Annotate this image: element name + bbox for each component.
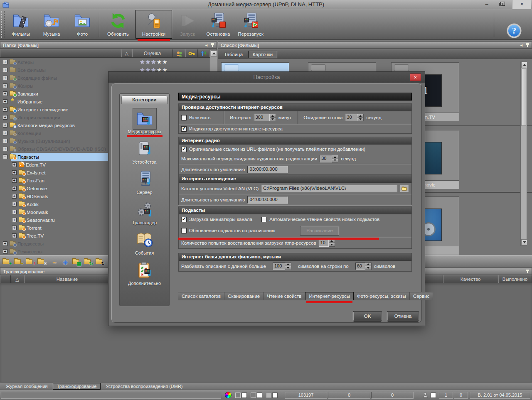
scroll-up-button[interactable] [211, 50, 217, 56]
pin-icon[interactable] [526, 270, 529, 273]
films-button[interactable]: Фильмы [5, 10, 36, 39]
expand-toggle[interactable]: + [3, 115, 7, 120]
close-button[interactable]: × [512, 0, 531, 9]
dialog-tab[interactable]: Сканирование [224, 292, 264, 300]
bottom-tab[interactable]: Транскодирование [53, 383, 101, 390]
folder-tool-icon[interactable]: ☀ [61, 258, 69, 265]
expand-toggle[interactable]: + [3, 68, 7, 72]
autoread-checkbox[interactable] [261, 217, 267, 222]
expand-toggle[interactable]: + [3, 107, 7, 112]
collapse-left-icon[interactable]: ◄ [204, 43, 208, 47]
expand-toggle[interactable]: − [3, 155, 7, 159]
restore-button[interactable] [495, 0, 506, 9]
bottom-tab[interactable]: Журнал сообщений [2, 383, 52, 390]
folder-tool-icon[interactable]: × [37, 258, 45, 265]
category-events[interactable]: События [120, 230, 169, 259]
dialog-tab[interactable]: Интернет-ресурсы [305, 292, 354, 300]
ok-button[interactable]: OK [353, 311, 382, 321]
schedule-checkbox[interactable] [181, 228, 187, 233]
expand-toggle[interactable]: + [12, 162, 17, 167]
expand-toggle[interactable]: + [12, 218, 17, 222]
original-links-checkbox[interactable] [181, 147, 187, 152]
expand-toggle[interactable]: + [12, 186, 17, 191]
category-transcoder[interactable]: Транскодер [120, 199, 169, 228]
quality-column-header[interactable]: Качество [443, 275, 498, 283]
rtmp-retries-spinner[interactable]: 10 [319, 239, 335, 247]
category-devices[interactable]: Устройства [120, 139, 169, 168]
browse-folder-button[interactable] [400, 185, 409, 192]
expand-toggle[interactable]: + [12, 178, 17, 183]
sort-column[interactable]: △ [11, 275, 24, 283]
folder-tool-icon[interactable]: + [14, 258, 22, 265]
restart-button[interactable]: Перезапуск [234, 10, 268, 39]
audio-wait-spinner[interactable]: 30 [320, 155, 338, 162]
expand-toggle[interactable]: + [12, 226, 17, 230]
scroll-up-button[interactable] [521, 62, 527, 68]
expand-toggle[interactable]: + [12, 210, 17, 214]
view-tab[interactable]: Карточки [248, 51, 277, 58]
stream-wait-spinner[interactable]: 30 [345, 114, 364, 121]
expand-toggle[interactable]: + [3, 76, 7, 80]
split-length-spinner[interactable]: 100 [273, 263, 291, 270]
folder-tool-icon[interactable]: / [26, 258, 34, 265]
split-wrap-spinner[interactable]: 60 [355, 263, 372, 270]
expand-toggle[interactable]: + [3, 123, 7, 128]
enable-check-checkbox[interactable] [181, 115, 187, 120]
indicator-checkbox[interactable] [181, 126, 187, 132]
pin-icon[interactable] [211, 43, 214, 47]
expand-toggle[interactable]: + [3, 60, 7, 64]
expand-toggle[interactable]: + [3, 147, 7, 151]
radio-duration-field[interactable]: 03:00:00.000 [247, 166, 288, 173]
expand-toggle[interactable]: + [3, 83, 7, 88]
thumbnail-checkbox[interactable] [181, 217, 187, 222]
schedule-button[interactable]: Расписание [300, 226, 339, 236]
expand-toggle[interactable]: + [12, 194, 17, 199]
cancel-button[interactable]: Отмена [387, 311, 419, 321]
category-server[interactable]: Сервер [120, 169, 169, 198]
expand-toggle[interactable]: + [3, 139, 7, 143]
music-button[interactable]: Музыка [36, 10, 67, 39]
folder-tool-icon[interactable]: ↻ [96, 258, 103, 265]
dialog-tab[interactable]: Фото-ресурсы, эскизы [354, 292, 410, 300]
category-additional[interactable]: Дополнительно [120, 260, 169, 289]
expand-toggle[interactable]: + [12, 170, 17, 175]
dialog-tab[interactable]: Список каталогов [178, 292, 224, 300]
tree-item[interactable]: + Актеры ★★★★★ [0, 58, 217, 66]
refresh-button[interactable]: Обновить [101, 10, 135, 39]
settings-button[interactable]: Настройки [135, 10, 172, 39]
vlc-path-field[interactable]: C:\Program Files (x86)\VideoLAN\VLC\ [261, 185, 397, 192]
dialog-titlebar[interactable]: Настройка × [108, 72, 425, 83]
stop-button[interactable]: Остановка [203, 10, 234, 39]
cards-scrollbar[interactable] [520, 61, 527, 246]
scrollbar-thumb[interactable] [521, 69, 526, 126]
collapse-left-icon[interactable]: ◄ [520, 43, 523, 47]
interval-spinner[interactable]: 300 [254, 114, 276, 121]
expand-toggle[interactable]: + [3, 131, 7, 135]
rating-column-header[interactable]: Оценка [132, 49, 173, 57]
folder-tool-icon[interactable]: ~ [49, 258, 57, 265]
dialog-tab[interactable]: Сервис [410, 292, 433, 300]
scroll-down-button[interactable] [521, 239, 527, 245]
bottom-tab[interactable]: Устройства воспроизведения (DMR) [101, 383, 187, 390]
expand-toggle[interactable]: + [12, 202, 17, 206]
pin-icon[interactable] [526, 43, 529, 47]
name-column-header[interactable]: Название [24, 275, 111, 283]
expand-toggle[interactable]: + [3, 99, 7, 104]
category-media-resources[interactable]: Медиа-ресурсы [120, 108, 169, 137]
dialog-tab[interactable]: Чтение свойств [264, 292, 305, 300]
dialog-close-button[interactable]: × [410, 74, 421, 81]
expand-toggle[interactable]: + [3, 249, 7, 254]
photo-button[interactable]: Фото [67, 10, 98, 39]
tv-duration-field[interactable]: 04:00:00.000 [247, 196, 288, 204]
folder-tool-icon[interactable]: + [2, 258, 10, 265]
done-column-header[interactable]: Выполнено [498, 275, 532, 283]
actors-filter-icon[interactable] [173, 49, 185, 57]
folder-tool-icon[interactable]: ↻ [84, 258, 92, 265]
expand-toggle[interactable]: + [3, 241, 7, 246]
sort-tree-icon[interactable] [198, 49, 209, 57]
expand-toggle[interactable]: + [12, 233, 17, 238]
folder-tool-icon[interactable]: ▦ [72, 258, 80, 265]
view-tab[interactable]: Таблица [219, 51, 247, 58]
key-filter-icon[interactable] [185, 49, 198, 57]
sort-column[interactable]: △ [121, 49, 132, 57]
